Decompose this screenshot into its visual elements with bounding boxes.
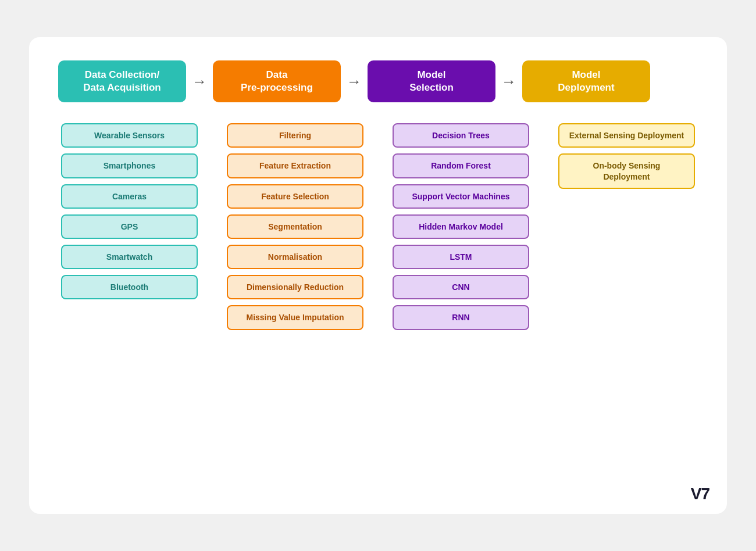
list-item: Bluetooth (61, 275, 198, 299)
list-item: Decision Trees (393, 123, 529, 148)
header-data-processing: Data Pre-processing (213, 60, 341, 102)
list-item: GPS (61, 214, 198, 239)
header-row: Data Collection/ Data Acquisition → Data… (58, 60, 698, 102)
list-item: Segmentation (227, 214, 363, 239)
list-item: Support Vector Machines (393, 184, 529, 209)
list-item: Cameras (61, 184, 198, 209)
column-model-selection: Decision TreesRandom ForestSupport Vecto… (390, 123, 532, 491)
list-item: LSTM (393, 245, 529, 269)
arrow-2: → (347, 73, 362, 91)
column-data-processing: FilteringFeature ExtractionFeature Selec… (224, 123, 366, 491)
list-item: External Sensing Deployment (558, 123, 695, 148)
v7-logo: V7 (691, 485, 709, 503)
list-item: Missing Value Imputation (227, 305, 363, 330)
arrow-1: → (192, 73, 207, 91)
arrow-3: → (501, 73, 516, 91)
header-data-collection: Data Collection/ Data Acquisition (58, 60, 186, 102)
list-item: Wearable Sensors (61, 123, 198, 148)
body-row: Wearable SensorsSmartphonesCamerasGPSSma… (58, 123, 698, 491)
header-model-deployment: Model Deployment (522, 60, 650, 102)
main-card: Data Collection/ Data Acquisition → Data… (29, 37, 727, 514)
list-item: Smartphones (61, 153, 198, 178)
list-item: Random Forest (393, 153, 529, 178)
list-item: Hidden Markov Model (393, 214, 529, 239)
list-item: Dimensionally Reduction (227, 275, 363, 299)
column-data-collection: Wearable SensorsSmartphonesCamerasGPSSma… (58, 123, 201, 491)
column-model-deployment: External Sensing DeploymentOn-body Sensi… (555, 123, 698, 491)
list-item: CNN (393, 275, 529, 299)
list-item: RNN (393, 305, 529, 330)
list-item: Smartwatch (61, 245, 198, 269)
list-item: Filtering (227, 123, 363, 148)
list-item: Normalisation (227, 245, 363, 269)
header-model-selection: Model Selection (368, 60, 495, 102)
list-item: Feature Selection (227, 184, 363, 209)
list-item: On-body Sensing Deployment (558, 153, 695, 188)
list-item: Feature Extraction (227, 153, 363, 178)
